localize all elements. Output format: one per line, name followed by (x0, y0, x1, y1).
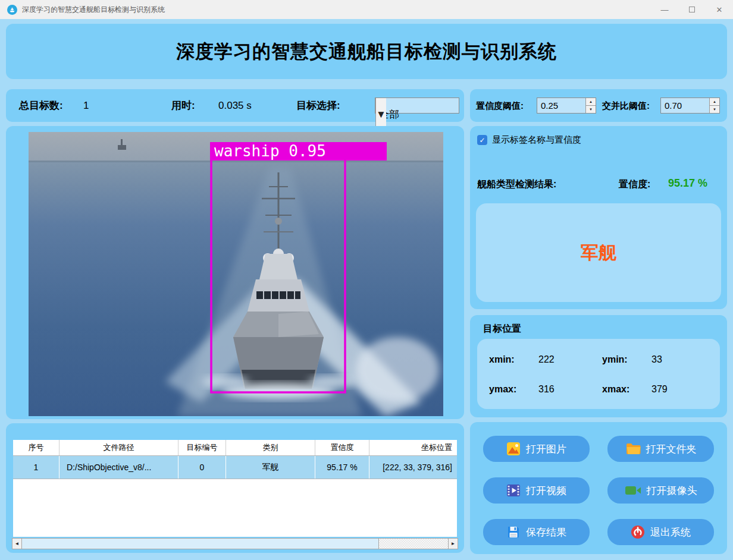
close-button[interactable]: ✕ (706, 0, 733, 19)
page-title: 深度学习的智慧交通舰船目标检测与识别系统 (176, 39, 557, 64)
open-image-label: 打开图片 (526, 442, 566, 456)
save-icon (506, 525, 521, 539)
target-position-box: xmin: 222 ymin: 33 ymax: 316 xmax: 379 (477, 339, 720, 409)
minimize-icon: — (661, 5, 669, 14)
cell-target-id: 0 (178, 456, 226, 479)
cell-index: 1 (13, 456, 59, 479)
iou-threshold-value: 0.70 (661, 98, 709, 113)
total-targets-value: 1 (83, 89, 89, 122)
elapsed-time-value: 0.035 s (218, 89, 252, 122)
cell-confidence: 95.17 % (315, 456, 369, 479)
xmin-label: xmin: (489, 354, 515, 365)
col-header-target-id: 目标编号 (178, 440, 226, 455)
spin-up-icon[interactable]: ▲ (710, 98, 719, 106)
col-header-confidence: 置信度 (315, 440, 369, 455)
maximize-button[interactable] (678, 0, 706, 19)
spin-up-icon[interactable]: ▲ (586, 98, 596, 106)
detected-class-box: 军舰 (476, 203, 721, 302)
table-row[interactable]: 1 D:/ShipObjective_v8/... 0 军舰 95.17 % [… (13, 456, 457, 479)
scroll-left-icon[interactable]: ◄ (12, 538, 22, 549)
open-camera-label: 打开摄像头 (647, 484, 697, 498)
spin-down-icon[interactable]: ▼ (710, 106, 719, 113)
save-result-button[interactable]: 保存结果 (483, 519, 590, 545)
folder-icon (625, 442, 641, 456)
scroll-right-icon[interactable]: ► (448, 538, 458, 549)
total-targets-label: 总目标数: (19, 89, 63, 122)
xmax-label: xmax: (602, 384, 629, 395)
action-buttons-panel: 打开图片 打开文件夹 打开视频 打 (470, 422, 727, 554)
target-position-panel: 目标位置 xmin: 222 ymin: 33 ymax: 316 xmax: … (470, 315, 727, 417)
elapsed-time-label: 用时: (171, 89, 195, 122)
col-header-filepath: 文件路径 (59, 440, 178, 455)
confidence-value: 95.17 % (668, 177, 707, 190)
scrollbar-track[interactable] (379, 538, 448, 549)
cell-filepath: D:/ShipObjective_v8/... (59, 456, 178, 479)
save-result-label: 保存结果 (526, 526, 566, 539)
results-table-panel: 序号 文件路径 目标编号 类别 置信度 坐标位置 1 D:/ShipObject… (6, 423, 464, 553)
cell-class: 军舰 (226, 456, 315, 479)
check-icon: ✓ (479, 136, 485, 144)
table-header-row: 序号 文件路径 目标编号 类别 置信度 坐标位置 (13, 440, 457, 456)
image-viewer-panel: warship 0.95 (6, 126, 464, 419)
ymax-label: ymax: (489, 384, 516, 395)
xmin-value: 222 (538, 354, 555, 365)
detected-class-value: 军舰 (581, 241, 616, 265)
minimize-button[interactable]: — (651, 0, 678, 19)
power-icon (631, 525, 645, 539)
open-video-button[interactable]: 打开视频 (483, 477, 590, 504)
stats-bar: 总目标数: 1 用时: 0.035 s 目标选择: 全部 ▼ (6, 89, 464, 122)
app-window: 深度学习的智慧交通舰船目标检测与识别系统 — ✕ 深度学习的智慧交通舰船目标检测… (0, 0, 733, 560)
open-video-label: 打开视频 (526, 484, 566, 498)
ship-type-result-label: 舰船类型检测结果: (477, 178, 556, 191)
confidence-threshold-label: 置信度阈值: (476, 89, 524, 122)
app-icon (7, 5, 17, 15)
confidence-threshold-spinbox[interactable]: 0.25 ▲ ▼ (537, 97, 596, 114)
target-select-dropdown[interactable]: 全部 ▼ (375, 97, 459, 114)
ymax-value: 316 (538, 384, 555, 395)
show-labels-checkbox-row[interactable]: ✓ 显示标签名称与置信度 (477, 134, 581, 146)
close-icon: ✕ (716, 5, 723, 14)
iou-threshold-label: 交并比阈值: (602, 89, 650, 122)
ymin-value: 33 (651, 354, 662, 365)
open-folder-label: 打开文件夹 (646, 442, 697, 456)
titlebar: 深度学习的智慧交通舰船目标检测与识别系统 — ✕ (0, 0, 733, 19)
spin-down-icon[interactable]: ▼ (586, 106, 596, 113)
confidence-label: 置信度: (619, 178, 650, 191)
xmax-value: 379 (651, 384, 668, 395)
thresholds-bar: 置信度阈值: 0.25 ▲ ▼ 交并比阈值: 0.70 ▲ ▼ (470, 89, 727, 122)
col-header-index: 序号 (13, 440, 59, 455)
show-labels-checkbox-label: 显示标签名称与置信度 (492, 134, 581, 146)
open-image-button[interactable]: 打开图片 (483, 436, 590, 462)
header-panel: 深度学习的智慧交通舰船目标检测与识别系统 (6, 24, 727, 79)
scrollbar-thumb[interactable] (22, 538, 379, 549)
target-select-label: 目标选择: (296, 89, 340, 122)
horizontal-scrollbar[interactable]: ◄ ► (12, 538, 458, 549)
detection-label: warship 0.95 (214, 142, 326, 160)
detection-result-panel: ✓ 显示标签名称与置信度 舰船类型检测结果: 置信度: 95.17 % 军舰 (470, 126, 727, 309)
confidence-threshold-value: 0.25 (537, 98, 585, 113)
maximize-icon (689, 7, 695, 12)
window-title: 深度学习的智慧交通舰船目标检测与识别系统 (22, 5, 165, 15)
open-camera-button[interactable]: 打开摄像头 (607, 477, 714, 504)
col-header-class: 类别 (226, 440, 315, 455)
checkbox-checked-icon[interactable]: ✓ (477, 135, 487, 145)
target-position-title: 目标位置 (483, 323, 521, 335)
cell-coords: [222, 33, 379, 316] (369, 456, 457, 479)
ymin-label: ymin: (602, 354, 628, 365)
iou-threshold-spinbox[interactable]: 0.70 ▲ ▼ (660, 97, 720, 114)
col-header-coords: 坐标位置 (369, 440, 457, 455)
exit-system-label: 退出系统 (650, 526, 691, 539)
image-icon (506, 442, 521, 456)
results-table: 序号 文件路径 目标编号 类别 置信度 坐标位置 1 D:/ShipObject… (13, 440, 457, 537)
open-folder-button[interactable]: 打开文件夹 (607, 436, 714, 462)
detection-image: warship 0.95 (29, 132, 443, 416)
camera-icon (625, 483, 641, 498)
exit-system-button[interactable]: 退出系统 (607, 519, 714, 545)
video-icon (506, 483, 521, 498)
